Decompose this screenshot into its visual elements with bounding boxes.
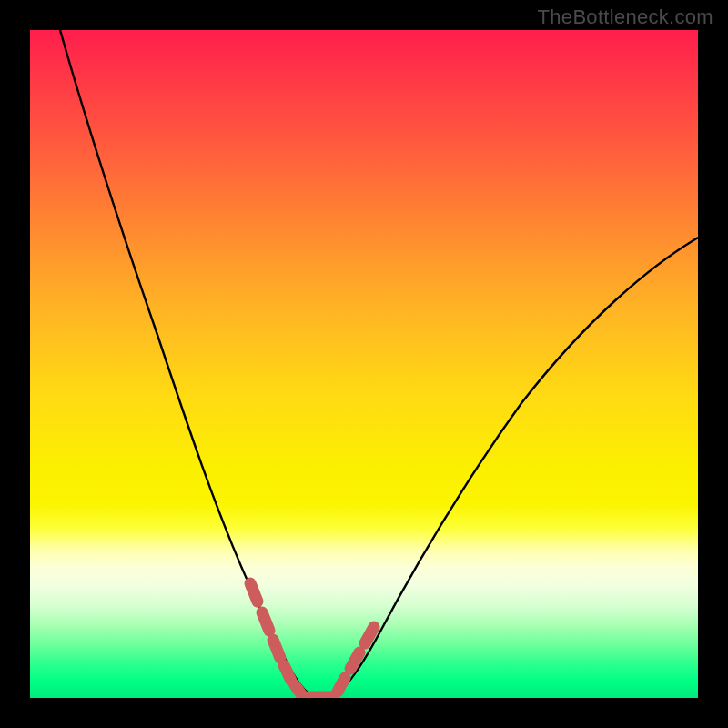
curve-layer: [30, 30, 698, 698]
bottleneck-curve: [60, 30, 698, 697]
svg-line-8: [365, 627, 374, 643]
fit-range-markers: [250, 583, 374, 697]
svg-line-6: [338, 678, 345, 692]
svg-line-0: [250, 583, 258, 602]
svg-line-1: [262, 612, 269, 631]
svg-line-4: [295, 685, 302, 695]
svg-line-7: [350, 652, 359, 669]
chart-frame: TheBottleneck.com: [0, 0, 728, 728]
plot-area: [30, 30, 698, 698]
svg-line-2: [273, 640, 280, 658]
watermark-text: TheBottleneck.com: [538, 5, 713, 29]
svg-line-3: [284, 665, 291, 681]
